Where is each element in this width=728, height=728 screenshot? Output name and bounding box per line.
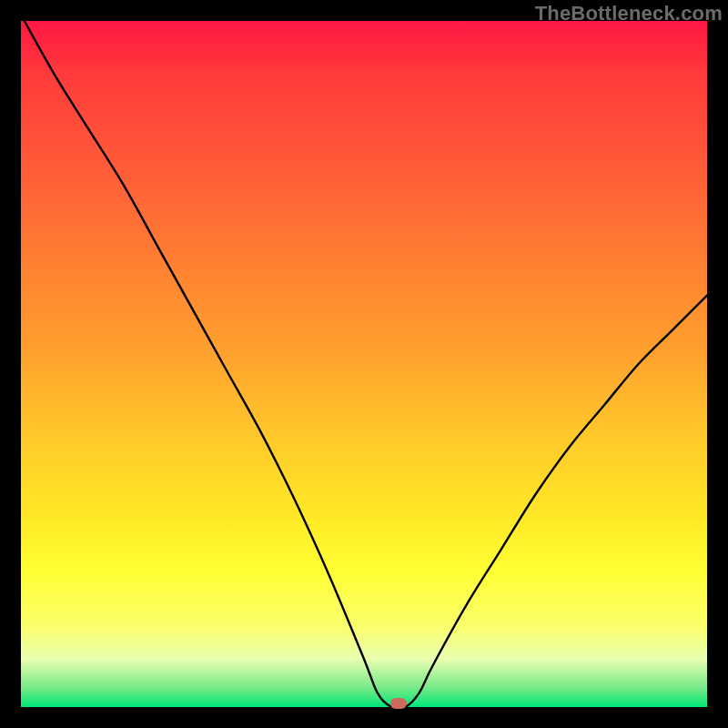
- optimal-point-marker: [390, 698, 407, 709]
- watermark-text: TheBottleneck.com: [535, 2, 723, 25]
- bottleneck-curve: [21, 21, 707, 707]
- chart-plot-area: [21, 21, 707, 707]
- chart-frame: TheBottleneck.com: [0, 0, 728, 728]
